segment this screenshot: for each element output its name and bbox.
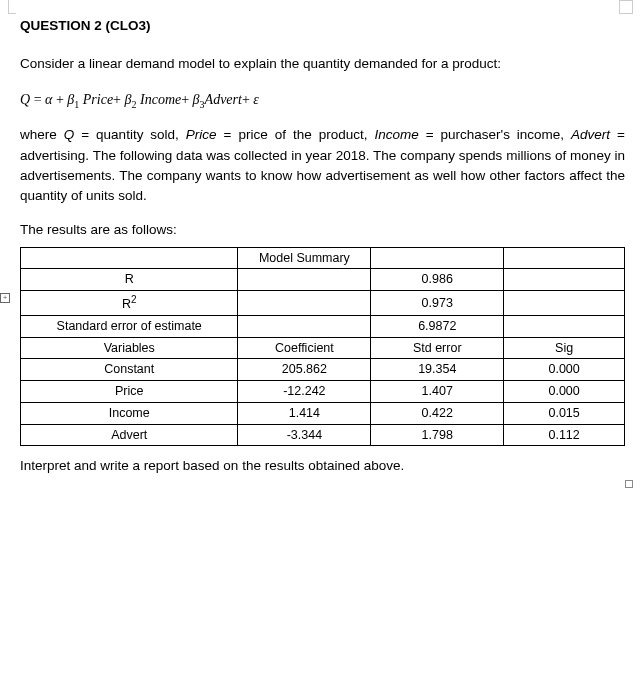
col-sig: Sig <box>504 337 625 359</box>
stat-value: 6.9872 <box>371 315 504 337</box>
col-coefficient: Coefficient <box>238 337 371 359</box>
stat-label: R2 <box>21 291 238 316</box>
closing-paragraph: Interpret and write a report based on th… <box>20 456 625 476</box>
table-row: R2 0.973 <box>21 291 625 316</box>
table-row: Price -12.242 1.407 0.000 <box>21 381 625 403</box>
stat-value: 0.986 <box>371 269 504 291</box>
table-row: R 0.986 <box>21 269 625 291</box>
table-row: Constant 205.862 19.354 0.000 <box>21 359 625 381</box>
col-variables: Variables <box>21 337 238 359</box>
stat-label: Standard error of estimate <box>21 315 238 337</box>
model-summary-table: Model Summary R 0.986 R2 0.973 Standard … <box>20 247 625 447</box>
where-paragraph: where Q = quantity sold, Price = price o… <box>20 125 625 206</box>
demand-equation: Q = α + β1 Price+ β2 Income+ β3Advert+ ε <box>20 89 625 112</box>
table-row: Income 1.414 0.422 0.015 <box>21 402 625 424</box>
eq-lhs: Q <box>20 92 30 107</box>
table-var-header-row: Variables Coefficient Std error Sig <box>21 337 625 359</box>
corner-mark-top-left <box>8 0 16 14</box>
stat-value: 0.973 <box>371 291 504 316</box>
table-expand-icon[interactable]: + <box>0 293 10 303</box>
corner-box-top-right <box>619 0 633 14</box>
model-summary-header: Model Summary <box>238 247 371 269</box>
stat-label: R <box>21 269 238 291</box>
table-resize-handle-icon[interactable] <box>625 480 633 488</box>
question-title: QUESTION 2 (CLO3) <box>20 16 625 36</box>
table-row: Advert -3.344 1.798 0.112 <box>21 424 625 446</box>
table-header-row: Model Summary <box>21 247 625 269</box>
table-row: Standard error of estimate 6.9872 <box>21 315 625 337</box>
col-stderror: Std error <box>371 337 504 359</box>
results-intro: The results are as follows: <box>20 220 625 240</box>
intro-paragraph: Consider a linear demand model to explai… <box>20 54 625 74</box>
